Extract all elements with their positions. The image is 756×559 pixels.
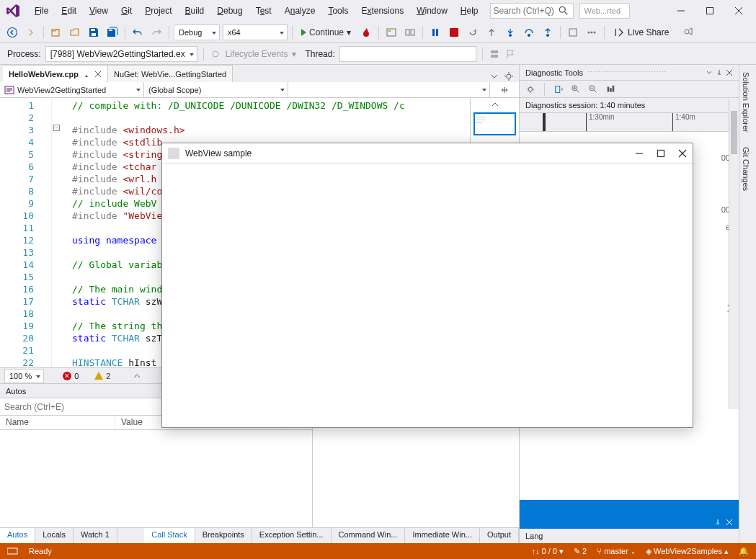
step-over-button[interactable] xyxy=(521,24,537,40)
tb-icon-1[interactable] xyxy=(383,24,399,40)
webview-sample-window[interactable]: WebView sample xyxy=(161,143,693,428)
cycle-icon[interactable] xyxy=(210,48,221,60)
diagnostic-header[interactable]: Diagnostic Tools ⋯⋯⋯⋯⋯⋯⋯⋯⋯⋯ xyxy=(520,65,739,81)
scroll-to-top-icon[interactable] xyxy=(132,371,142,381)
solution-platform-combo[interactable]: x64 xyxy=(223,24,288,40)
save-button[interactable] xyxy=(86,24,102,40)
menu-analyze[interactable]: Analyze xyxy=(279,3,321,19)
menu-extensions[interactable]: Extensions xyxy=(355,3,409,19)
nav-scope-combo[interactable]: (Global Scope) xyxy=(144,82,288,97)
close-button[interactable] xyxy=(678,149,687,158)
tooltab-command-win-[interactable]: Command Win... xyxy=(332,528,406,543)
status-changes[interactable]: ✎ 2 xyxy=(574,547,587,556)
pin-icon[interactable] xyxy=(716,69,723,76)
menu-debug[interactable]: Debug xyxy=(211,3,248,19)
diagnostic-timeline[interactable]: 1:30min 1:40m xyxy=(520,113,739,132)
fold-toggle[interactable]: − xyxy=(53,125,60,131)
menu-project[interactable]: Project xyxy=(139,3,177,19)
pin-icon[interactable] xyxy=(83,71,90,78)
minimize-button[interactable] xyxy=(667,1,695,21)
nav-member-combo[interactable] xyxy=(288,82,490,97)
menu-test[interactable]: Test xyxy=(250,3,277,19)
close-button[interactable] xyxy=(724,1,753,21)
tooltab-call-stack[interactable]: Call Stack xyxy=(144,528,195,543)
new-project-button[interactable] xyxy=(48,24,64,40)
tooltab-autos[interactable]: Autos xyxy=(0,528,35,543)
reset-view-icon[interactable] xyxy=(605,84,615,94)
process-combo[interactable]: [7988] WebView2GettingStarted.ex xyxy=(45,46,197,62)
tooltab-watch-1[interactable]: Watch 1 xyxy=(74,528,117,543)
status-branch[interactable]: ⑂ master ▾ xyxy=(597,547,636,555)
save-all-button[interactable] xyxy=(104,24,120,40)
close-icon[interactable] xyxy=(726,519,733,526)
search-box[interactable] xyxy=(490,3,574,19)
thread-combo[interactable] xyxy=(339,46,476,62)
status-arrows[interactable]: ↑↓ 0 / 0 ▾ xyxy=(531,547,564,556)
live-share-button[interactable]: Live Share xyxy=(609,27,673,38)
pin-icon[interactable] xyxy=(714,519,721,526)
status-bell-icon[interactable]: 🔔 xyxy=(739,547,749,556)
sample-window-titlebar[interactable]: WebView sample xyxy=(162,143,693,164)
scroll-up-icon[interactable] xyxy=(490,99,500,109)
status-repo[interactable]: ◈ WebView2Samples ▴ xyxy=(646,547,729,556)
step-out-button[interactable] xyxy=(540,24,556,40)
maximize-button[interactable] xyxy=(657,149,665,158)
error-icon[interactable]: ✕ xyxy=(63,372,71,380)
step-into-button[interactable] xyxy=(502,24,518,40)
tab-git-changes[interactable]: Git Changes xyxy=(739,140,752,198)
tab-hellowebview[interactable]: HelloWebView.cpp xyxy=(3,65,108,82)
tooltab-immediate-win-[interactable]: Immediate Win... xyxy=(405,528,480,543)
show-next-statement-button[interactable] xyxy=(484,24,499,40)
forward-button[interactable] xyxy=(23,24,39,40)
menu-tools[interactable]: Tools xyxy=(322,3,354,19)
split-editor-button[interactable] xyxy=(490,82,519,97)
menu-file[interactable]: File xyxy=(29,3,54,19)
feedback-button[interactable] xyxy=(680,24,696,40)
tab-settings-icon[interactable] xyxy=(503,71,515,82)
menu-edit[interactable]: Edit xyxy=(55,3,82,19)
zoom-combo[interactable]: 100 % xyxy=(4,369,44,383)
warning-icon[interactable] xyxy=(94,372,103,380)
active-files-dropdown-icon[interactable] xyxy=(489,71,500,82)
col-name[interactable]: Name xyxy=(0,416,115,429)
redo-button[interactable] xyxy=(148,24,164,40)
solution-config-combo[interactable]: Debug xyxy=(174,24,220,40)
right-scrollbar[interactable] xyxy=(729,99,739,409)
menu-git[interactable]: Git xyxy=(115,3,138,19)
minimize-button[interactable] xyxy=(635,149,644,158)
dropdown-icon[interactable] xyxy=(706,69,713,76)
tooltab-breakpoints[interactable]: Breakpoints xyxy=(195,528,252,543)
menu-help[interactable]: Help xyxy=(455,3,484,19)
tooltab-locals[interactable]: Locals xyxy=(35,528,74,543)
tb-extra-1[interactable] xyxy=(565,24,581,40)
restart-button[interactable] xyxy=(465,24,481,40)
continue-button[interactable]: Continue ▾ xyxy=(297,24,355,40)
solution-selector[interactable]: Web...rted xyxy=(579,3,630,19)
tb-icon-2[interactable] xyxy=(402,24,418,40)
export-icon[interactable] xyxy=(553,84,564,94)
tooltab-exception-settin-[interactable]: Exception Settin... xyxy=(252,528,332,543)
undo-button[interactable] xyxy=(130,24,146,40)
tab-nuget[interactable]: NuGet: WebVie...GettingStarted xyxy=(108,65,233,82)
stack-frame-icon[interactable] xyxy=(489,48,500,60)
tab-solution-explorer[interactable]: Solution Explorer xyxy=(739,65,752,140)
tooltab-output[interactable]: Output xyxy=(480,528,519,543)
zoom-in-icon[interactable] xyxy=(571,84,581,94)
menu-build[interactable]: Build xyxy=(179,3,210,19)
close-icon[interactable] xyxy=(726,69,733,76)
menu-window[interactable]: Window xyxy=(411,3,453,19)
hot-reload-button[interactable] xyxy=(358,24,374,40)
close-icon[interactable] xyxy=(94,71,102,78)
open-file-button[interactable] xyxy=(67,24,83,40)
zoom-out-icon[interactable] xyxy=(588,84,598,94)
tb-extra-2[interactable] xyxy=(584,24,600,40)
search-input[interactable] xyxy=(494,6,559,16)
pause-button[interactable] xyxy=(427,24,443,40)
gear-icon[interactable] xyxy=(525,84,535,94)
back-button[interactable] xyxy=(4,24,20,40)
stop-button[interactable] xyxy=(446,24,462,40)
nav-project-combo[interactable]: WebView2GettingStarted xyxy=(0,82,144,97)
flag-icon[interactable] xyxy=(504,48,516,60)
menu-view[interactable]: View xyxy=(84,3,114,19)
maximize-button[interactable] xyxy=(695,1,724,21)
